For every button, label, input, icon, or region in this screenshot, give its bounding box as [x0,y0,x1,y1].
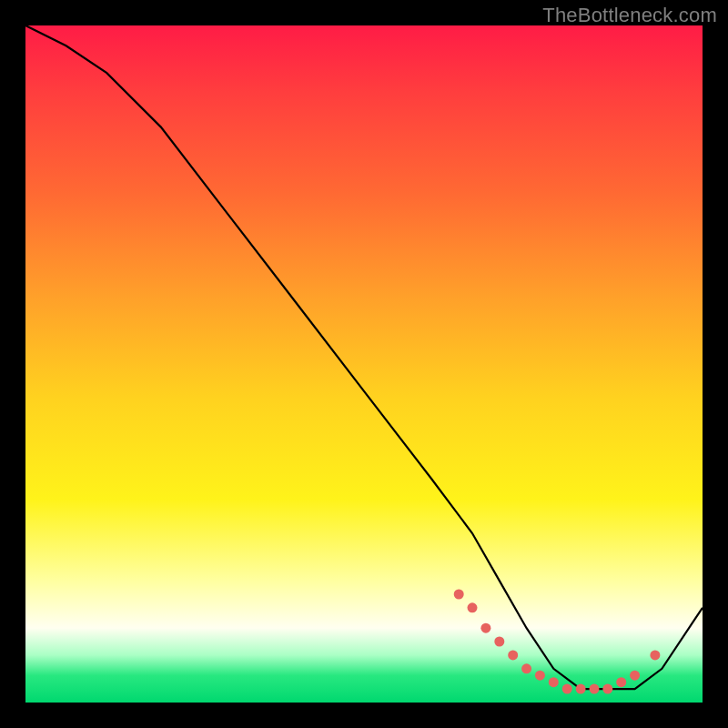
marker-dot [576,684,586,694]
marker-dot [616,677,626,687]
marker-dot [602,684,612,694]
marker-dot [468,602,478,612]
marker-dot [480,623,490,633]
marker-dot [590,684,600,694]
chart-frame: TheBottleneck.com [0,0,728,728]
curve-svg [25,25,703,703]
marker-dot [494,637,504,647]
highlight-markers [454,590,661,694]
plot-area [25,25,703,703]
marker-dot [630,671,640,681]
marker-dot [562,684,572,694]
watermark-label: TheBottleneck.com [542,4,717,27]
marker-dot [650,650,660,660]
marker-dot [521,663,531,673]
marker-dot [549,677,559,687]
marker-dot [535,671,545,681]
marker-dot [508,650,518,660]
bottleneck-curve [25,25,703,689]
marker-dot [454,590,464,600]
